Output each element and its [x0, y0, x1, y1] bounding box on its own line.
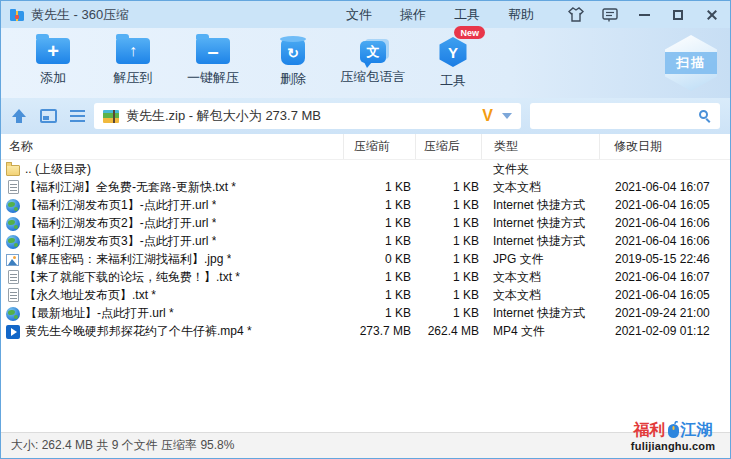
up-directory-icon[interactable]	[11, 109, 27, 124]
column-header-name[interactable]: 名称	[1, 134, 343, 159]
titlebar-actions	[568, 7, 720, 23]
table-row[interactable]: 黄先生今晚硬邦邦探花约了个牛仔裤.mp4 * 273.7 MB 262.4 MB…	[1, 322, 730, 340]
search-input[interactable]	[538, 108, 699, 124]
size-after: 1 KB	[415, 234, 481, 248]
file-name: 【来了就能下载的论坛，纯免费！】.txt *	[24, 269, 240, 286]
file-modified-date: 2021-06-04 16:06	[599, 216, 730, 230]
column-header-date[interactable]: 修改日期	[599, 134, 730, 159]
file-name: 【福利江湖发布页3】-点此打开.url *	[25, 233, 216, 250]
menu-item[interactable]: 工具	[454, 6, 480, 24]
size-after: 1 KB	[415, 252, 481, 266]
menu-item[interactable]: 帮助	[508, 6, 534, 24]
file-type: Internet 快捷方式	[481, 233, 599, 250]
toolbar-button-icon	[196, 38, 230, 64]
zip-file-icon	[103, 110, 119, 123]
feedback-icon[interactable]	[602, 7, 618, 23]
window-title: 黄先生 - 360压缩	[31, 6, 129, 24]
file-type-icon	[6, 217, 20, 231]
file-type: Internet 快捷方式	[481, 305, 599, 322]
table-row[interactable]: 【福利江湖发布页2】-点此打开.url * 1 KB 1 KB Internet…	[1, 214, 730, 232]
file-name: 黄先生今晚硬邦邦探花约了个牛仔裤.mp4 *	[25, 323, 252, 340]
size-after: 1 KB	[415, 288, 481, 302]
file-type: MP4 文件	[481, 323, 599, 340]
file-type-icon	[8, 288, 19, 302]
toolbar-button[interactable]: 一键解压	[173, 28, 253, 90]
file-name: 【最新地址】-点此打开.url *	[25, 305, 174, 322]
watermark: 福利 江湖 fulijianghu.com	[621, 420, 725, 452]
size-before: 273.7 MB	[343, 324, 415, 338]
size-after: 262.4 MB	[415, 324, 481, 338]
view-controls	[11, 109, 85, 124]
size-after: 1 KB	[415, 216, 481, 230]
preview-pane-icon[interactable]	[40, 109, 57, 123]
toolbar-button[interactable]: 压缩包语言	[333, 28, 413, 90]
column-header-before[interactable]: 压缩前	[343, 134, 415, 159]
file-name: .. (上级目录)	[25, 161, 91, 178]
toolbar-button[interactable]: 添加	[13, 28, 93, 90]
file-modified-date: 2021-06-04 16:07	[599, 270, 730, 284]
file-name: 【福利江湖】全免费-无套路-更新快.txt *	[24, 179, 236, 196]
size-after: 1 KB	[415, 180, 481, 194]
menu-item[interactable]: 操作	[400, 6, 426, 24]
file-type-icon	[6, 235, 20, 249]
file-name: 【永久地址发布页】.txt *	[24, 287, 156, 304]
file-type: Internet 快捷方式	[481, 197, 599, 214]
column-header-after[interactable]: 压缩后	[415, 134, 481, 159]
scan-shield-button[interactable]: 扫描	[665, 35, 717, 91]
watermark-domain: fulijianghu.com	[621, 440, 725, 452]
toolbar-buttons: 添加 解压到 一键解压 删除 压缩包语言 New 工具	[13, 28, 493, 90]
file-type-icon	[6, 254, 19, 266]
size-before: 1 KB	[343, 180, 415, 194]
file-type: 文本文档	[481, 179, 599, 196]
file-type-icon	[6, 165, 20, 176]
title-bar: 黄先生 - 360压缩 文件 操作 工具 帮助	[1, 1, 730, 28]
app-zip-icon	[9, 7, 25, 23]
search-box[interactable]	[530, 103, 720, 129]
toolbar-button[interactable]: New 工具	[413, 28, 493, 90]
close-button[interactable]	[704, 7, 720, 23]
mouse-icon	[667, 420, 680, 438]
menu-item[interactable]: 文件	[346, 6, 372, 24]
size-before: 1 KB	[343, 198, 415, 212]
file-name: 【解压密码：来福利江湖找福利】.jpg *	[24, 251, 231, 268]
file-type-icon	[8, 270, 19, 284]
table-row[interactable]: .. (上级目录) 文件夹	[1, 160, 730, 178]
file-name: 【福利江湖发布页1】-点此打开.url *	[25, 197, 216, 214]
size-after: 1 KB	[415, 306, 481, 320]
toolbar-button[interactable]: 解压到	[93, 28, 173, 90]
size-before: 0 KB	[343, 252, 415, 266]
file-modified-date: 2021-09-24 21:00	[599, 306, 730, 320]
file-type: 文本文档	[481, 269, 599, 286]
skin-icon[interactable]	[568, 7, 584, 23]
archive-path-text: 黄先生.zip - 解包大小为 273.7 MB	[126, 107, 475, 125]
list-view-icon[interactable]	[70, 110, 85, 122]
toolbar-button[interactable]: 删除	[253, 28, 333, 90]
size-after: 1 KB	[415, 198, 481, 212]
file-type: JPG 文件	[481, 251, 599, 268]
file-modified-date: 2021-02-09 01:12	[599, 324, 730, 338]
table-row[interactable]: 【解压密码：来福利江湖找福利】.jpg * 0 KB 1 KB JPG 文件 2…	[1, 250, 730, 268]
table-row[interactable]: 【福利江湖】全免费-无套路-更新快.txt * 1 KB 1 KB 文本文档 2…	[1, 178, 730, 196]
file-type-icon	[6, 199, 20, 213]
table-row[interactable]: 【福利江湖发布页3】-点此打开.url * 1 KB 1 KB Internet…	[1, 232, 730, 250]
table-row[interactable]: 【最新地址】-点此打开.url * 1 KB 1 KB Internet 快捷方…	[1, 304, 730, 322]
vip-v-icon[interactable]: V	[482, 107, 493, 125]
chevron-down-icon[interactable]	[502, 113, 512, 119]
file-name: 【福利江湖发布页2】-点此打开.url *	[25, 215, 216, 232]
toolbar-button-label: 解压到	[114, 69, 153, 87]
column-header-type[interactable]: 类型	[481, 134, 599, 159]
maximize-button[interactable]	[670, 7, 686, 23]
address-bar: 黄先生.zip - 解包大小为 273.7 MB V	[1, 98, 730, 134]
toolbar: 添加 解压到 一键解压 删除 压缩包语言 New 工具 扫描	[1, 28, 730, 98]
toolbar-button-label: 压缩包语言	[341, 68, 406, 86]
new-badge: New	[454, 26, 485, 39]
file-type-icon	[6, 325, 20, 339]
table-row[interactable]: 【来了就能下载的论坛，纯免费！】.txt * 1 KB 1 KB 文本文档 20…	[1, 268, 730, 286]
minimize-button[interactable]	[636, 7, 652, 23]
table-row[interactable]: 【福利江湖发布页1】-点此打开.url * 1 KB 1 KB Internet…	[1, 196, 730, 214]
archive-path-combobox[interactable]: 黄先生.zip - 解包大小为 273.7 MB V	[94, 103, 521, 129]
search-icon[interactable]	[699, 110, 712, 123]
scan-label: 扫描	[665, 52, 717, 74]
table-row[interactable]: 【永久地址发布页】.txt * 1 KB 1 KB 文本文档 2021-06-0…	[1, 286, 730, 304]
watermark-brand-left: 福利	[634, 420, 666, 439]
